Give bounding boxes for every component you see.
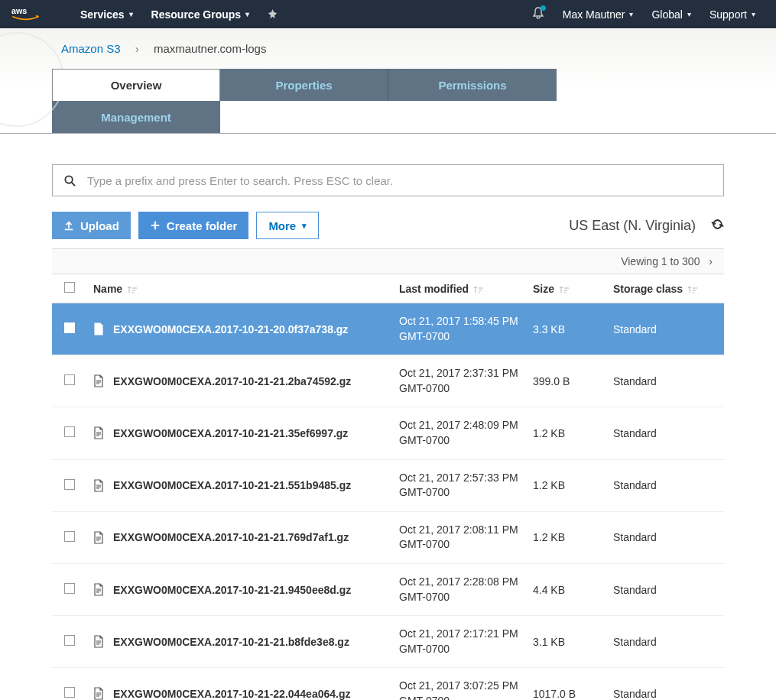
breadcrumb: Amazon S3 › maxmautner.com-logs bbox=[0, 28, 776, 69]
object-storage-class: Standard bbox=[607, 616, 724, 668]
row-checkbox[interactable] bbox=[64, 635, 75, 646]
pagination-bar: Viewing 1 to 300 › bbox=[52, 248, 724, 274]
file-icon bbox=[93, 374, 106, 387]
plus-icon bbox=[150, 220, 161, 231]
object-name[interactable]: EXXGWO0M0CEXA.2017-10-21-21.35ef6997.gz bbox=[113, 427, 348, 439]
object-name[interactable]: EXXGWO0M0CEXA.2017-10-21-20.0f37a738.gz bbox=[113, 323, 348, 335]
object-storage-class: Standard bbox=[607, 459, 724, 511]
object-date: Oct 21, 2017 1:58:45 PM bbox=[399, 314, 521, 329]
row-checkbox[interactable] bbox=[64, 687, 75, 698]
object-storage-class: Standard bbox=[607, 303, 724, 355]
file-icon bbox=[93, 479, 106, 492]
object-tz: GMT-0700 bbox=[399, 537, 521, 553]
select-all-checkbox[interactable] bbox=[64, 282, 75, 293]
top-nav: aws Services▾ Resource Groups▾ Max Mautn… bbox=[0, 0, 776, 28]
pin-icon[interactable] bbox=[258, 9, 287, 19]
sort-icon bbox=[473, 283, 484, 295]
object-storage-class: Standard bbox=[607, 563, 724, 615]
chevron-down-icon: ▾ bbox=[687, 10, 691, 18]
aws-logo[interactable]: aws bbox=[11, 5, 41, 24]
object-size: 1.2 KB bbox=[527, 459, 607, 511]
upload-icon bbox=[63, 220, 74, 231]
table-row[interactable]: EXXGWO0M0CEXA.2017-10-21-21.35ef6997.gzO… bbox=[52, 407, 724, 459]
table-row[interactable]: EXXGWO0M0CEXA.2017-10-21-21.2ba74592.gzO… bbox=[52, 355, 724, 407]
tab-bar-row2: Management bbox=[52, 101, 776, 133]
bucket-region-label: US East (N. Virginia) bbox=[569, 218, 696, 234]
table-row[interactable]: EXXGWO0M0CEXA.2017-10-21-22.044ea064.gzO… bbox=[52, 668, 724, 700]
object-name[interactable]: EXXGWO0M0CEXA.2017-10-21-21.9450ee8d.gz bbox=[113, 584, 351, 596]
object-tz: GMT-0700 bbox=[399, 329, 521, 345]
tab-permissions[interactable]: Permissions bbox=[388, 69, 557, 101]
object-name[interactable]: EXXGWO0M0CEXA.2017-10-21-21.769d7af1.gz bbox=[113, 531, 349, 543]
tab-management[interactable]: Management bbox=[52, 101, 220, 133]
object-date: Oct 21, 2017 2:48:09 PM bbox=[399, 418, 521, 433]
chevron-right-icon: › bbox=[135, 42, 139, 55]
sort-icon bbox=[687, 283, 698, 295]
chevron-down-icon: ▾ bbox=[302, 221, 307, 231]
chevron-down-icon: ▾ bbox=[752, 10, 755, 18]
support-menu[interactable]: Support▾ bbox=[700, 8, 765, 21]
col-name[interactable]: Name bbox=[87, 274, 393, 303]
row-checkbox[interactable] bbox=[64, 322, 75, 333]
table-row[interactable]: EXXGWO0M0CEXA.2017-10-21-21.551b9485.gzO… bbox=[52, 459, 724, 511]
object-size: 3.3 KB bbox=[527, 303, 607, 355]
object-size: 399.0 B bbox=[527, 355, 607, 407]
sort-icon bbox=[559, 283, 570, 295]
object-name[interactable]: EXXGWO0M0CEXA.2017-10-21-22.044ea064.gz bbox=[113, 688, 351, 700]
upload-button[interactable]: Upload bbox=[52, 212, 131, 239]
object-size: 1.2 KB bbox=[527, 407, 607, 459]
services-menu[interactable]: Services▾ bbox=[71, 8, 142, 21]
more-button[interactable]: More ▾ bbox=[256, 212, 319, 239]
breadcrumb-root-link[interactable]: Amazon S3 bbox=[61, 42, 121, 55]
tab-properties[interactable]: Properties bbox=[220, 69, 388, 101]
row-checkbox[interactable] bbox=[64, 531, 75, 542]
svg-line-2 bbox=[72, 182, 75, 185]
object-size: 1017.0 B bbox=[527, 668, 607, 700]
object-date: Oct 21, 2017 2:28:08 PM bbox=[399, 575, 521, 590]
sort-icon bbox=[127, 283, 138, 295]
chevron-right-icon[interactable]: › bbox=[709, 255, 713, 267]
create-folder-button[interactable]: Create folder bbox=[138, 212, 249, 239]
object-size: 4.4 KB bbox=[527, 563, 607, 615]
object-name[interactable]: EXXGWO0M0CEXA.2017-10-21-21.2ba74592.gz bbox=[113, 375, 351, 387]
search-icon bbox=[64, 175, 76, 186]
row-checkbox[interactable] bbox=[64, 374, 75, 385]
user-menu[interactable]: Max Mautner▾ bbox=[554, 8, 643, 21]
table-row[interactable]: EXXGWO0M0CEXA.2017-10-21-21.9450ee8d.gzO… bbox=[52, 563, 724, 615]
col-storage-class[interactable]: Storage class bbox=[607, 274, 724, 303]
object-date: Oct 21, 2017 2:37:31 PM bbox=[399, 366, 521, 381]
object-date: Oct 21, 2017 2:08:11 PM bbox=[399, 523, 521, 538]
svg-text:aws: aws bbox=[11, 5, 27, 15]
search-input[interactable] bbox=[87, 174, 712, 187]
object-name[interactable]: EXXGWO0M0CEXA.2017-10-21-21.b8fde3e8.gz bbox=[113, 636, 349, 648]
object-tz: GMT-0700 bbox=[399, 433, 521, 449]
pagination-text: Viewing 1 to 300 bbox=[621, 255, 700, 267]
object-date: Oct 21, 2017 3:07:25 PM bbox=[399, 679, 521, 694]
region-menu[interactable]: Global▾ bbox=[642, 8, 700, 21]
table-row[interactable]: EXXGWO0M0CEXA.2017-10-21-20.0f37a738.gzO… bbox=[52, 303, 724, 355]
file-icon bbox=[93, 583, 106, 596]
search-box[interactable] bbox=[52, 164, 724, 196]
object-tz: GMT-0700 bbox=[399, 485, 521, 501]
notifications-icon[interactable] bbox=[523, 7, 554, 21]
table-row[interactable]: EXXGWO0M0CEXA.2017-10-21-21.769d7af1.gzO… bbox=[52, 511, 724, 563]
file-icon bbox=[93, 426, 106, 439]
refresh-button[interactable] bbox=[711, 218, 724, 233]
row-checkbox[interactable] bbox=[64, 479, 75, 490]
row-checkbox[interactable] bbox=[64, 426, 75, 437]
action-row: Upload Create folder More ▾ US East (N. … bbox=[52, 212, 724, 239]
col-size[interactable]: Size bbox=[527, 274, 607, 303]
resource-groups-menu[interactable]: Resource Groups▾ bbox=[142, 8, 258, 21]
object-name[interactable]: EXXGWO0M0CEXA.2017-10-21-21.551b9485.gz bbox=[113, 479, 351, 491]
object-table: Name Last modified Size Storage class EX… bbox=[52, 274, 724, 700]
file-icon bbox=[93, 531, 106, 544]
table-row[interactable]: EXXGWO0M0CEXA.2017-10-21-21.b8fde3e8.gzO… bbox=[52, 616, 724, 668]
row-checkbox[interactable] bbox=[64, 583, 75, 594]
col-last-modified[interactable]: Last modified bbox=[393, 274, 527, 303]
object-storage-class: Standard bbox=[607, 511, 724, 563]
svg-point-1 bbox=[65, 176, 72, 183]
object-date: Oct 21, 2017 2:57:33 PM bbox=[399, 471, 521, 486]
file-icon bbox=[93, 635, 106, 648]
object-date: Oct 21, 2017 2:17:21 PM bbox=[399, 627, 521, 642]
tab-overview[interactable]: Overview bbox=[52, 69, 220, 101]
